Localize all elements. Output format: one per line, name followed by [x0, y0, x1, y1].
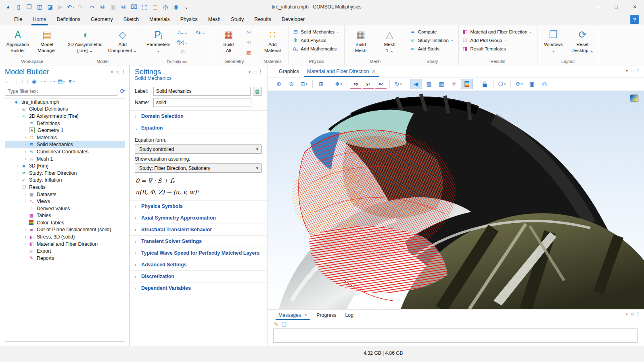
add-study-button[interactable]: ∞Add Study [409, 45, 456, 52]
menu-tab-developer[interactable]: Developer [276, 13, 310, 25]
clear-selection-icon[interactable]: ⬚ [150, 2, 160, 12]
graphics-tab-material-and-fiber-direction[interactable]: Material and Fiber Direction✕ [303, 67, 380, 77]
build-all-button[interactable]: ▦Build All [215, 27, 242, 54]
name-field-input[interactable] [153, 98, 251, 107]
tree-node-results[interactable]: ⌄❒Results [5, 184, 125, 191]
cut-icon[interactable]: ✂ [87, 2, 97, 12]
add-plot-group-button[interactable]: ❒Add Plot Group⌄ [461, 36, 535, 44]
tree-node-color-tables[interactable]: Color Tables [5, 219, 125, 226]
update-plot-icon[interactable]: ⟳▾ [514, 79, 525, 89]
section-header[interactable]: ›Structural Transient Behavior [130, 224, 267, 236]
tree-expander-icon[interactable]: › [23, 235, 28, 239]
tree-node-tables[interactable]: ▦Tables [5, 212, 125, 220]
panel-menu-icon[interactable]: ▾ [626, 312, 628, 316]
menu-tab-results[interactable]: Results [249, 13, 276, 25]
show-equation-assuming-select[interactable]: Study: Fiber Direction, Stationary▼ [135, 163, 262, 173]
select-box-icon[interactable]: ⬚ [140, 2, 149, 12]
tree-expander-icon[interactable]: › [23, 128, 28, 132]
section-header[interactable]: ›Transient Solver Settings [130, 236, 267, 247]
snapshot-icon[interactable]: ▣ [526, 79, 537, 89]
tree-filter-input[interactable] [5, 87, 117, 96]
add-component-button[interactable]: ◇Add Component ⌄ [106, 27, 139, 54]
customize-quick-access-icon[interactable]: ⌄ [182, 2, 191, 12]
messages-tab-log[interactable]: Log [341, 311, 357, 320]
log-window-icon[interactable]: ❏ [282, 321, 286, 327]
panel-menu-icon[interactable]: ▾ [249, 70, 251, 74]
zoom-box-icon[interactable]: ⊡▾ [298, 79, 309, 89]
tree-node-mesh-1[interactable]: ›△Mesh 1 [5, 155, 125, 163]
move-up-icon[interactable]: ↑ [21, 78, 24, 84]
tree-expander-icon[interactable]: › [23, 193, 28, 197]
remove-details-icon[interactable]: ▥ [244, 48, 253, 57]
new-file-icon[interactable]: ▯ [14, 2, 23, 12]
run-icon[interactable]: ▶ [56, 2, 65, 12]
menu-tab-mesh[interactable]: Mesh [203, 13, 226, 25]
panel-float-icon[interactable]: □ [254, 70, 256, 74]
tree-node-2d-axisymmetric-tire-[interactable]: ⌄◖2D Axisymmetric [Tire] [5, 113, 125, 120]
redo-icon[interactable]: ↷⌄ [77, 2, 86, 12]
parameters-button[interactable]: PᵢParameters ⌄ [144, 27, 172, 54]
reset-desktop-button[interactable]: ⟳Reset Desktop ⌄ [569, 27, 596, 54]
add-physics-button[interactable]: ❋Add Physics [291, 36, 341, 44]
parameter-case-button[interactable]: Pᵢ [174, 47, 191, 57]
lock-icon[interactable] [479, 79, 490, 89]
find-icon[interactable]: ◎ [161, 2, 170, 12]
refresh-icon[interactable]: ⟳ [120, 88, 125, 95]
tree-node-3d-rim-[interactable]: ›■3D [Rim] [5, 162, 125, 169]
minimize-button[interactable]: — [588, 0, 607, 13]
panel-float-icon[interactable]: □ [631, 69, 634, 73]
panel-pin-icon[interactable]: ╿ [122, 70, 124, 74]
panel-pin-icon[interactable]: ╿ [259, 70, 262, 74]
copy-icon[interactable]: ⧉ [98, 2, 107, 12]
section-header[interactable]: ›Typical Wave Speed for Perfectly Matche… [130, 247, 267, 259]
zoom-out-icon[interactable]: ⊖ [286, 79, 297, 89]
section-header[interactable]: ›Discretization [130, 271, 267, 282]
study-inflation-button[interactable]: ∞Study: Inflation⌄ [409, 36, 456, 44]
tree-node-datasets[interactable]: ›▦Datasets [5, 191, 125, 198]
tree-expander-icon[interactable]: ⌄ [8, 100, 13, 104]
tree-expander-icon[interactable]: › [23, 136, 28, 140]
sound-icon[interactable]: ◀ [410, 79, 422, 89]
add-material-button[interactable]: ∷Add Material [259, 27, 286, 54]
close-button[interactable]: ✕ [625, 0, 644, 13]
graphics-tab-graphics[interactable]: Graphics [275, 67, 303, 77]
rotate-icon[interactable]: ↻▾ [393, 79, 404, 89]
section-header[interactable]: ›Advanced Settings [130, 259, 267, 271]
tree-expander-icon[interactable]: › [23, 157, 28, 161]
go-to-view-icon[interactable]: ✥▾ [333, 79, 344, 89]
messages-tab-progress[interactable]: Progress [313, 311, 340, 320]
tree-node-study-fiber-direction[interactable]: ›∞Study: Fiber Direction [5, 169, 125, 177]
label-field-input[interactable] [153, 87, 251, 96]
node-text-icon[interactable]: ▤▾ [58, 78, 65, 84]
go-forward-icon[interactable]: → [13, 78, 18, 84]
tree-expander-icon[interactable]: ⌄ [15, 114, 21, 118]
messages-tab-messages[interactable]: Messages✕ [275, 311, 311, 320]
tree-expander-icon[interactable]: ⌄ [15, 185, 21, 189]
section-header[interactable]: ›Physics Symbols [130, 201, 267, 212]
windows-button[interactable]: ❐Windows ⌄ [540, 27, 567, 54]
application-builder-button[interactable]: AApplication Builder [4, 27, 31, 54]
tree-node-geometry-1[interactable]: ›AGeometry 1 [5, 127, 125, 134]
section-header[interactable]: ›Axial Symmetry Approximation [130, 212, 267, 224]
close-tab-icon[interactable]: ✕ [372, 69, 376, 74]
tree-node-curvilinear-coordinates[interactable]: ›∿Curvilinear Coordinates [5, 148, 125, 155]
help-button[interactable]: ? [630, 15, 639, 24]
show-icon[interactable]: ◉ [32, 78, 36, 84]
component-2d-axisymmetric-button[interactable]: ◖2D Axisymmetric [Tire] ⌄ [66, 27, 105, 54]
tree-expander-icon[interactable]: › [23, 121, 28, 126]
menu-tab-file[interactable]: File [9, 13, 27, 25]
panel-menu-icon[interactable]: ▾ [111, 70, 113, 74]
comsol-logo[interactable]: ◕ [3, 2, 13, 12]
tree-node-derived-values[interactable]: ≈Derived Values [5, 205, 125, 212]
expand-all-icon[interactable]: ≣▾ [48, 78, 55, 84]
grid-icon[interactable]: ▦ [436, 79, 447, 89]
menu-tab-materials[interactable]: Materials [144, 13, 175, 25]
zoom-extents-icon[interactable]: ⊞ [316, 79, 327, 89]
tree-expander-icon[interactable]: › [23, 228, 28, 232]
tree-node-materials[interactable]: ›∷Materials [5, 134, 125, 141]
tree-node-reports[interactable]: ✎Reports [5, 255, 125, 262]
close-tab-icon[interactable]: ✕ [304, 312, 307, 318]
panel-pin-icon[interactable]: ╿ [637, 69, 639, 73]
panel-float-icon[interactable]: □ [631, 312, 634, 316]
search-results-icon[interactable]: ◉ [171, 2, 181, 12]
